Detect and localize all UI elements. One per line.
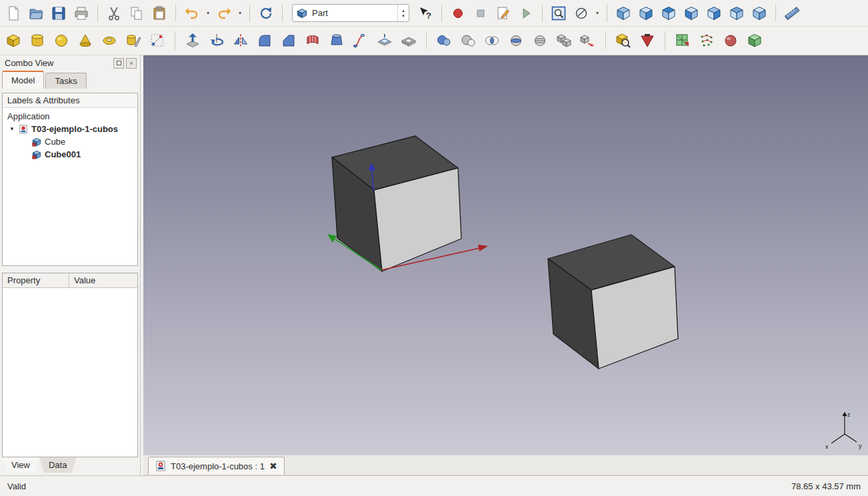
fit-all-button[interactable] [548,3,569,24]
document-icon [19,125,28,134]
cross-sections-icon [532,33,548,49]
workbench-selector-spinner[interactable]: ▴▾ [397,5,409,21]
measure-distance-button[interactable] [781,3,803,24]
draw-style-button[interactable] [571,3,592,24]
points-from-mesh-button[interactable] [696,30,717,51]
sweep-button[interactable] [350,30,371,51]
refresh-button[interactable] [255,3,277,24]
view-axonometric-button[interactable] [613,3,634,24]
mirror-button[interactable] [230,30,251,51]
tab-tasks[interactable]: Tasks [45,73,86,89]
part-box-feature-icon [32,150,41,159]
paste-button[interactable] [149,3,170,24]
boolean-union-button[interactable] [433,30,455,51]
3d-scene: z x y [143,55,868,455]
tree-item-application[interactable]: Application [3,110,137,123]
view-right-button[interactable] [681,3,702,24]
print-icon [73,5,89,21]
view-bottom-icon [729,5,745,21]
document-tab-label: T03-ejemplo-1-cubos : 1 [171,461,265,471]
tree-item-cube[interactable]: Cube [3,135,137,148]
view-left-button[interactable] [749,3,770,24]
fillet-button[interactable] [254,30,275,51]
revolve-icon [209,33,225,49]
view-rear-button[interactable] [703,3,725,24]
refine-shape-button[interactable] [744,30,765,51]
chamfer-button[interactable] [278,30,299,51]
tab-view[interactable]: View [2,457,39,473]
whats-this-button[interactable]: ? [415,3,436,24]
value-column-header[interactable]: Value [69,273,137,287]
cylinder-icon [29,33,45,49]
document-tab[interactable]: T03-ejemplo-1-cubos : 1 ✖ [148,457,285,475]
loft-button[interactable] [326,30,347,51]
macro-execute-button[interactable] [515,3,537,24]
tab-data[interactable]: Data [39,457,76,473]
model-tree: Labels & Attributes Application ▼ T03-ej… [2,93,138,266]
explode-compound-button[interactable] [577,30,599,51]
property-list[interactable] [3,288,137,457]
redo-button[interactable] [213,3,235,24]
axis-y-label: y [859,443,862,449]
cut-button[interactable] [103,3,125,24]
combo-view-tabs: Model Tasks [0,71,140,89]
tree-item-cube001[interactable]: Cube001 [3,148,137,161]
refresh-icon [258,5,274,21]
boolean-cut-button[interactable] [457,30,479,51]
view-front-button[interactable] [635,3,657,24]
extrude-button[interactable] [182,30,203,51]
close-tab-icon[interactable]: ✖ [269,461,277,471]
thickness-button[interactable] [398,30,419,51]
property-column-header[interactable]: Property [3,273,69,287]
section-button[interactable] [505,30,527,51]
cone-button[interactable] [75,30,96,51]
revolve-button[interactable] [206,30,227,51]
expander-icon[interactable]: ▼ [9,126,15,132]
panel-title-bar[interactable]: Combo View × [0,55,140,71]
extrude-icon [185,33,201,49]
workbench-selector[interactable]: Part ▴▾ [292,4,409,22]
cylinder-button[interactable] [27,30,48,51]
sphere-button[interactable] [51,30,72,51]
fit-all-icon [551,5,567,21]
view-bottom-button[interactable] [726,3,747,24]
redo-dropdown[interactable]: ▾ [236,3,244,24]
ruled-surface-button[interactable] [302,30,323,51]
measure-distance-icon [784,5,800,21]
compound-button[interactable] [553,30,575,51]
box-button[interactable] [3,30,24,51]
close-panel-button[interactable]: × [126,58,137,69]
axis-x-label: x [825,443,829,450]
view-top-button[interactable] [658,3,679,24]
convert-to-solid-button[interactable] [720,30,741,51]
main-area: Combo View × Model Tasks Labels & Attrib… [0,55,868,475]
defeaturing-button[interactable] [637,30,658,51]
torus-button[interactable] [99,30,120,51]
cross-sections-button[interactable] [529,30,551,51]
macro-edit-button[interactable] [493,3,514,24]
macro-record-button[interactable] [447,3,469,24]
offset-button[interactable] [374,30,395,51]
float-panel-button[interactable] [113,58,124,69]
undo-dropdown[interactable]: ▾ [204,3,212,24]
compound-icon [556,33,572,49]
new-document-button[interactable] [3,3,24,24]
convert-to-solid-icon [723,33,739,49]
boolean-common-button[interactable] [481,30,503,51]
copy-button[interactable] [126,3,147,24]
create-primitives-button[interactable] [123,30,144,51]
shape-builder-button[interactable] [147,30,168,51]
open-document-button[interactable] [25,3,47,24]
tree-item-document[interactable]: ▼ T03-ejemplo-1-cubos [3,123,137,135]
print-button[interactable] [71,3,92,24]
save-button[interactable] [48,3,69,24]
macro-stop-button[interactable] [470,3,491,24]
draw-style-dropdown[interactable]: ▾ [593,3,601,24]
check-geometry-button[interactable] [613,30,634,51]
3d-viewport[interactable]: z x y [143,55,868,455]
property-editor: Property Value [2,273,138,457]
shape-from-mesh-button[interactable] [672,30,693,51]
undo-button[interactable] [181,3,203,24]
panel-title: Combo View [5,58,53,68]
tab-model[interactable]: Model [2,71,44,89]
